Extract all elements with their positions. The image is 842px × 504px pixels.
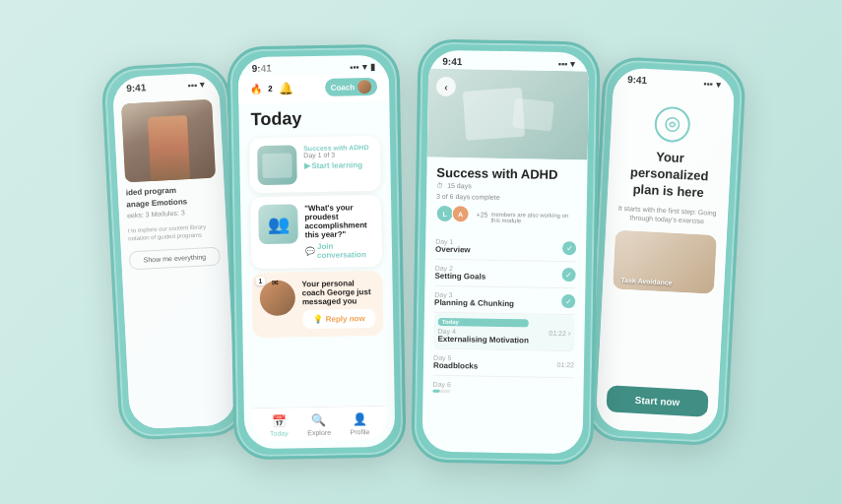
today-badge: Today <box>438 318 530 328</box>
phone-1-time: 9:41 <box>126 82 147 94</box>
course-hero: ‹ <box>427 69 590 160</box>
show-everything-button[interactable]: Show me everything <box>129 246 221 270</box>
clock-icon: ⏱ <box>436 182 443 189</box>
community-card-body: "What's your proudest accomplishment thi… <box>304 203 374 260</box>
course-card[interactable]: Success with ADHD Day 1 of 3 ▶ Start lea… <box>249 136 381 193</box>
signal-icon: ▪▪▪ <box>350 62 359 72</box>
plan-content: Your personalized plan is here It starts… <box>595 86 734 435</box>
course-title: Success with ADHD <box>436 165 577 182</box>
coach-label: Coach <box>331 83 356 92</box>
profile-nav-icon: 👤 <box>353 412 367 426</box>
coach-message-card[interactable]: 1 ✉ Your personal coach George just mess… <box>251 271 383 338</box>
day-4-time: 01:22 <box>549 329 566 336</box>
phone-3-inner: 9:41 ▪▪▪ ▾ ‹ Success with ADHD ⏱ <box>421 50 589 455</box>
signal-icon: ▪▪▪ <box>703 79 713 89</box>
day-1-row[interactable]: Day 1 Overview ✓ <box>435 233 576 262</box>
course-meta: ⏱ 15 days <box>436 182 577 191</box>
wifi-icon: ▾ <box>362 62 367 72</box>
explore-nav-icon: 🔍 <box>311 413 326 427</box>
course-tag: Success with ADHD <box>303 144 372 152</box>
start-now-button[interactable]: Start now <box>606 385 708 416</box>
day-4-row[interactable]: Today Day 4 Externalising Motivation 01:… <box>433 313 575 351</box>
wifi-icon: ▾ <box>200 80 206 90</box>
today-nav-icon: 📅 <box>271 414 286 428</box>
phone-2-status-icons: ▪▪▪ ▾ ▮ <box>350 61 375 71</box>
plan-title: Your personalized plan is here <box>617 148 722 203</box>
day-5-row[interactable]: Day 5 Roadblocks 01:22 <box>433 349 574 378</box>
progress-text: 3 of 6 days complete <box>436 193 577 202</box>
coach-message-body: Your personal coach George just messaged… <box>301 279 375 329</box>
day-6-row: Day 6 <box>432 376 573 400</box>
plan-subtitle: It starts with the first step: Going thr… <box>615 203 718 227</box>
community-thumbnail: 👥 <box>258 204 298 244</box>
nav-today[interactable]: 📅 Today <box>270 414 289 437</box>
community-quote: "What's your proudest accomplishment thi… <box>304 203 374 239</box>
nav-today-label: Today <box>270 430 289 437</box>
today-title: Today <box>238 101 390 135</box>
coach-avatar <box>357 80 371 94</box>
bottom-navigation: 📅 Today 🔍 Explore 👤 Profile <box>252 406 388 441</box>
phone-1-meta: eeks: 3 Modules: 3 <box>127 208 218 220</box>
phone-3-status-icons: ▪▪▪ ▾ <box>558 58 576 68</box>
day-2-row[interactable]: Day 2 Setting Goals ✓ <box>434 260 575 288</box>
battery-icon: ▮ <box>370 61 375 71</box>
wifi-icon: ▾ <box>716 79 722 89</box>
phone-1-wrapper: 9:41 ▪▪▪ ▾ ided program anage Emotions e… <box>91 65 219 439</box>
day-3-check: ✓ <box>561 294 575 308</box>
day-3-title: Planning & Chunking <box>434 298 514 308</box>
join-conversation-link[interactable]: 💬 Join conversation <box>305 241 374 260</box>
signal-icon: ▪▪▪ <box>187 80 197 90</box>
day-5-time: 01:22 <box>556 360 574 367</box>
course-thumbnail <box>257 145 297 185</box>
lightbulb-icon: 💡 <box>313 315 323 324</box>
day-2-check: ✓ <box>561 268 575 282</box>
svg-point-0 <box>665 117 679 131</box>
phone-4-wrapper: 9:41 ▪▪▪ ▾ Your personalized plan is her… <box>609 60 751 444</box>
day-5-title: Roadblocks <box>433 361 478 371</box>
phone-3-time: 9:41 <box>442 56 462 67</box>
course-content: Success with ADHD ⏱ 15 days 3 of 6 days … <box>422 158 587 409</box>
day-6-progress-bar <box>432 390 439 393</box>
phone-4-time: 9:41 <box>627 74 648 86</box>
phone-3: 9:41 ▪▪▪ ▾ ‹ Success with ADHD ⏱ <box>411 38 600 465</box>
phone-1: 9:41 ▪▪▪ ▾ ided program anage Emotions e… <box>100 61 248 441</box>
start-learning-link[interactable]: ▶ Start learning <box>303 160 372 170</box>
avatar-a: A <box>452 205 470 222</box>
chat-icon: 💬 <box>305 247 315 256</box>
phone-2-wrapper: 9:41 ▪▪▪ ▾ ▮ 🔥 2 🔔 Coach Today <box>230 45 403 459</box>
task-avoidance-card[interactable]: Task Avoidance <box>613 230 717 294</box>
member-text: members are also working on this module <box>490 212 576 225</box>
day-1-title: Overview <box>435 245 471 255</box>
header-icons-group: 🔥 2 🔔 <box>250 81 293 95</box>
phone-4: 9:41 ▪▪▪ ▾ Your personalized plan is her… <box>584 56 746 447</box>
community-card[interactable]: 👥 "What's your proudest accomplishment t… <box>250 195 382 269</box>
phone-4-inner: 9:41 ▪▪▪ ▾ Your personalized plan is her… <box>595 67 735 435</box>
day-3-row[interactable]: Day 3 Planning & Chunking ✓ <box>434 286 575 315</box>
bell-icon[interactable]: 🔔 <box>278 81 292 94</box>
phone-1-hero-image <box>121 99 216 183</box>
phone-3-wrapper: 9:41 ▪▪▪ ▾ ‹ Success with ADHD ⏱ <box>415 40 597 464</box>
member-avatars: L A +25 <box>436 205 488 223</box>
fire-icon: 🔥 <box>250 83 262 94</box>
play-icon: ▶ <box>303 161 309 170</box>
nav-explore-label: Explore <box>307 429 331 436</box>
nav-profile[interactable]: 👤 Profile <box>350 412 369 435</box>
course-subtitle: Day 1 of 3 <box>303 151 372 158</box>
fire-count: 2 <box>268 84 273 93</box>
message-badge: 1 <box>255 277 265 285</box>
phone-4-status-icons: ▪▪▪ ▾ <box>703 79 721 90</box>
phone-1-status-icons: ▪▪▪ ▾ <box>187 80 205 91</box>
day-1-check: ✓ <box>562 241 576 255</box>
coach-badge[interactable]: Coach <box>324 78 377 96</box>
phone-1-content: ided program anage Emotions eeks: 3 Modu… <box>113 91 237 429</box>
member-count: +25 <box>477 211 488 218</box>
wifi-icon: ▾ <box>570 59 575 69</box>
nav-explore[interactable]: 🔍 Explore <box>307 413 331 436</box>
back-icon: ‹ <box>444 81 448 92</box>
day-4-title: Externalising Motivation <box>437 335 529 346</box>
phone-2-inner: 9:41 ▪▪▪ ▾ ▮ 🔥 2 🔔 Coach Today <box>238 55 396 450</box>
days-remaining: 15 days <box>447 182 472 189</box>
coach-message-title: Your personal coach George just messaged… <box>301 279 374 306</box>
course-card-body: Success with ADHD Day 1 of 3 ▶ Start lea… <box>303 144 372 170</box>
reply-now-button[interactable]: 💡 Reply now <box>302 309 375 329</box>
